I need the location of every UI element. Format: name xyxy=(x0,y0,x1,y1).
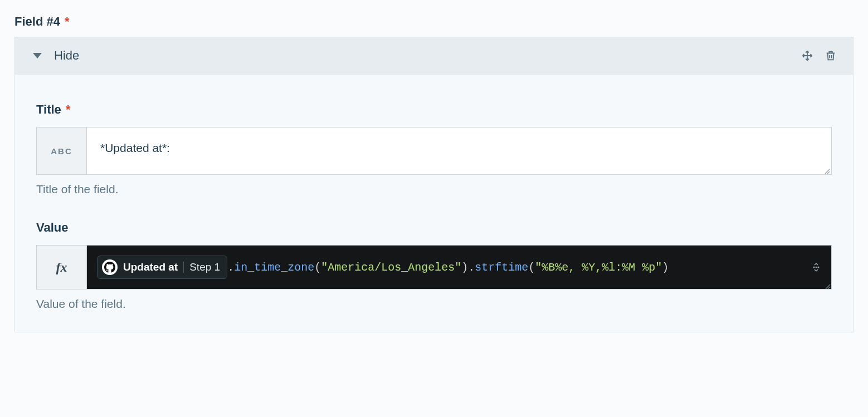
delete-button[interactable] xyxy=(824,49,837,62)
collapse-toggle[interactable] xyxy=(31,49,44,62)
panel-toggle-label[interactable]: Hide xyxy=(54,48,79,63)
tok-method: strftime xyxy=(475,261,528,274)
tok-paren: ) xyxy=(461,261,468,274)
field-heading-text: Field #4 xyxy=(14,14,60,28)
formula-code: .in_time_zone("America/Los_Angeles").str… xyxy=(227,261,669,274)
chevron-down-icon xyxy=(33,53,42,58)
pill-separator xyxy=(183,262,184,273)
tok-string: "America/Los_Angeles" xyxy=(321,261,461,274)
github-icon xyxy=(102,259,118,275)
move-icon xyxy=(801,50,813,62)
title-input[interactable] xyxy=(87,127,831,174)
text-type-badge[interactable]: ABC xyxy=(37,127,87,174)
panel-header-actions xyxy=(801,49,837,62)
data-pill[interactable]: Updated at Step 1 xyxy=(97,256,227,279)
tok-method: in_time_zone xyxy=(234,261,314,274)
title-input-row: ABC xyxy=(36,127,832,175)
field-panel: Hide Title * xyxy=(14,37,854,332)
title-label-text: Title xyxy=(36,102,61,116)
move-handle[interactable] xyxy=(801,49,814,62)
panel-header-left: Hide xyxy=(31,48,801,63)
tok-paren: ) xyxy=(662,261,669,274)
trash-icon xyxy=(825,50,837,62)
resize-handle-icon xyxy=(823,281,831,288)
fx-icon: fx xyxy=(56,260,67,275)
field-section-heading: Field #4 * xyxy=(14,14,854,29)
panel-body: Title * ABC Title of the field. Value fx xyxy=(15,75,853,332)
abc-icon: ABC xyxy=(51,146,72,156)
title-help-text: Title of the field. xyxy=(36,183,832,196)
pill-step: Step 1 xyxy=(189,261,220,273)
value-label: Value xyxy=(36,220,832,235)
title-form-group: Title * ABC Title of the field. xyxy=(36,102,832,196)
formula-input[interactable]: Updated at Step 1 .in_time_zone("America… xyxy=(87,246,831,289)
tok-dot: . xyxy=(468,261,475,274)
value-form-group: Value fx Updated at Step 1 .in_time_zone… xyxy=(36,220,832,311)
title-label: Title * xyxy=(36,102,832,117)
tok-string: "%B%e, %Y,%l:%M %p" xyxy=(535,261,662,274)
tok-paren: ( xyxy=(528,261,535,274)
svg-point-1 xyxy=(816,267,817,268)
panel-header: Hide xyxy=(15,37,853,75)
vertical-resize-icon[interactable] xyxy=(803,262,821,272)
required-marker: * xyxy=(66,102,71,116)
tok-paren: ( xyxy=(314,261,321,274)
formula-type-badge[interactable]: fx xyxy=(37,246,87,289)
svg-point-2 xyxy=(818,267,819,268)
svg-point-0 xyxy=(813,267,815,268)
required-marker: * xyxy=(65,14,70,28)
tok-dot: . xyxy=(227,261,234,274)
pill-title: Updated at xyxy=(123,261,178,273)
value-help-text: Value of the field. xyxy=(36,297,832,311)
value-input-row: fx Updated at Step 1 .in_time_zone("Amer… xyxy=(36,245,832,290)
